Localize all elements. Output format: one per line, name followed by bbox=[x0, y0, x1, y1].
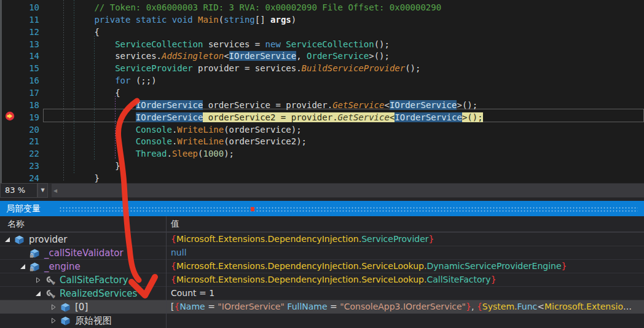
code-line-10[interactable]: // Token: 0x06000003 RID: 3 RVA: 0x00002… bbox=[53, 1, 441, 14]
svg-text:♥: ♥ bbox=[52, 281, 56, 285]
locals-row-_callSiteValidator[interactable]: _callSiteValidatornull bbox=[0, 246, 644, 259]
field-cube-icon bbox=[14, 235, 27, 244]
private-field-cube-lock-icon bbox=[29, 249, 42, 258]
code-line-16[interactable]: for (;;) bbox=[53, 74, 157, 87]
code-line-11[interactable]: private static void Main(string[] args) bbox=[53, 14, 296, 26]
variable-value[interactable]: Count = 1 bbox=[171, 287, 643, 300]
tree-collapsed-icon[interactable] bbox=[50, 318, 60, 324]
tree-expanded-icon[interactable] bbox=[35, 291, 45, 297]
locals-row-0[interactable]: [0][{Name = "IOrderService" FullName = "… bbox=[0, 300, 644, 313]
code-line-18[interactable]: IOrderService orderService = provider.Ge… bbox=[53, 99, 477, 111]
locals-title-bar[interactable]: 局部变量 bbox=[0, 201, 644, 216]
row-name-cell[interactable]: _callSiteValidator bbox=[0, 246, 186, 260]
line-number: 19 bbox=[18, 111, 39, 123]
locals-window: 局部变量 名称 值 provider{Microsoft.Extensions.… bbox=[0, 198, 644, 328]
locals-row-原始视图[interactable]: 原始视图 bbox=[0, 313, 644, 327]
code-line-22[interactable]: Thread.Sleep(1000); bbox=[53, 147, 234, 160]
field-cube-icon bbox=[60, 316, 73, 326]
property-wrench-icon: ♥ bbox=[45, 276, 58, 285]
horizontal-scrollbar[interactable]: ◂ bbox=[52, 184, 644, 197]
code-line-21[interactable]: Console.WriteLine(orderService2); bbox=[53, 135, 307, 147]
locals-title-label: 局部变量 bbox=[6, 201, 41, 216]
private-field-cube-lock-icon bbox=[29, 262, 42, 271]
code-line-13[interactable]: ServiceCollection services = new Service… bbox=[53, 38, 390, 50]
line-number: 23 bbox=[18, 160, 39, 172]
code-line-24[interactable]: } bbox=[53, 172, 100, 183]
variable-value[interactable]: {Microsoft.Extensions.DependencyInjectio… bbox=[171, 260, 643, 273]
line-number: 11 bbox=[18, 14, 39, 26]
variable-value[interactable]: [{Name = "IOrderService" FullName = "Con… bbox=[171, 300, 643, 314]
line-number: 13 bbox=[18, 38, 39, 50]
breakpoint-current-statement-icon[interactable] bbox=[5, 111, 15, 121]
field-cube-icon bbox=[60, 303, 73, 312]
variable-value[interactable] bbox=[171, 314, 643, 327]
line-number: 18 bbox=[18, 99, 39, 111]
breakpoint-margin[interactable] bbox=[2, 0, 18, 183]
property-wrench-icon: ♥ bbox=[45, 289, 58, 299]
code-line-23[interactable]: } bbox=[53, 160, 120, 172]
line-number: 16 bbox=[18, 74, 39, 87]
title-bar-grip-dots bbox=[59, 206, 638, 212]
line-number-column: 10111213141516171819202122232425 bbox=[18, 0, 39, 183]
zoom-level-combobox[interactable]: 83 % bbox=[0, 183, 37, 198]
code-line-14[interactable]: services.AddSingleton<IOrderService, Ord… bbox=[53, 50, 390, 62]
code-line-17[interactable]: { bbox=[53, 87, 120, 99]
variable-name: CallSiteFactory bbox=[60, 275, 128, 286]
locals-row-RealizedServices[interactable]: ♥RealizedServicesCount = 1 bbox=[0, 286, 644, 300]
line-number: 12 bbox=[18, 26, 39, 38]
line-number: 14 bbox=[18, 50, 39, 62]
locals-row-provider[interactable]: provider{Microsoft.Extensions.Dependency… bbox=[0, 232, 644, 246]
zoom-dropdown-button[interactable]: ▼ bbox=[37, 183, 48, 198]
variable-name: provider bbox=[29, 234, 68, 245]
tree-expanded-icon[interactable] bbox=[4, 236, 14, 243]
code-line-15[interactable]: ServiceProvider provider = services.Buil… bbox=[53, 62, 420, 74]
variable-value[interactable]: {Microsoft.Extensions.DependencyInjectio… bbox=[171, 233, 643, 246]
code-line-19[interactable]: IOrderService orderService2 = provider.G… bbox=[53, 111, 483, 123]
locals-row-CallSiteFactory[interactable]: ♥CallSiteFactory{Microsoft.Extensions.De… bbox=[0, 273, 644, 286]
variable-name: _callSiteValidator bbox=[44, 248, 124, 259]
variable-name: _engine bbox=[44, 261, 80, 272]
svg-text:♥: ♥ bbox=[52, 294, 56, 299]
locals-column-headers[interactable]: 名称 值 bbox=[0, 216, 644, 232]
value-column-header[interactable]: 值 bbox=[171, 216, 179, 232]
scroll-left-arrow-icon[interactable]: ◂ bbox=[53, 184, 57, 197]
code-editor[interactable]: 10111213141516171819202122232425 // Toke… bbox=[0, 0, 644, 183]
expander-placeholder bbox=[20, 250, 29, 256]
variable-value[interactable]: null bbox=[171, 246, 643, 260]
editor-bottom-bar: 83 % ▼ ◂ bbox=[0, 183, 644, 198]
variable-name: RealizedServices bbox=[60, 288, 137, 299]
tree-collapsed-icon[interactable] bbox=[50, 304, 60, 310]
line-number: 10 bbox=[18, 1, 39, 14]
row-name-cell[interactable]: _engine bbox=[0, 260, 186, 273]
line-number: 15 bbox=[18, 62, 39, 74]
code-line-12[interactable]: { bbox=[53, 26, 100, 38]
variable-name: [0] bbox=[75, 302, 88, 313]
locals-row-_engine[interactable]: _engine{Microsoft.Extensions.DependencyI… bbox=[0, 259, 644, 273]
name-column-header[interactable]: 名称 bbox=[7, 216, 25, 232]
tree-collapsed-icon[interactable] bbox=[35, 277, 45, 283]
code-line-20[interactable]: Console.WriteLine(orderService); bbox=[53, 123, 302, 136]
line-number: 22 bbox=[18, 147, 39, 160]
line-number: 24 bbox=[18, 172, 39, 183]
variable-value[interactable]: {Microsoft.Extensions.DependencyInjectio… bbox=[171, 273, 643, 287]
column-divider[interactable] bbox=[166, 216, 167, 328]
line-number: 17 bbox=[18, 87, 39, 99]
tree-expanded-icon[interactable] bbox=[20, 264, 29, 270]
line-number: 20 bbox=[18, 123, 39, 136]
row-name-cell[interactable]: provider bbox=[0, 233, 170, 246]
variable-name: 原始视图 bbox=[75, 315, 112, 327]
line-number: 21 bbox=[18, 135, 39, 147]
